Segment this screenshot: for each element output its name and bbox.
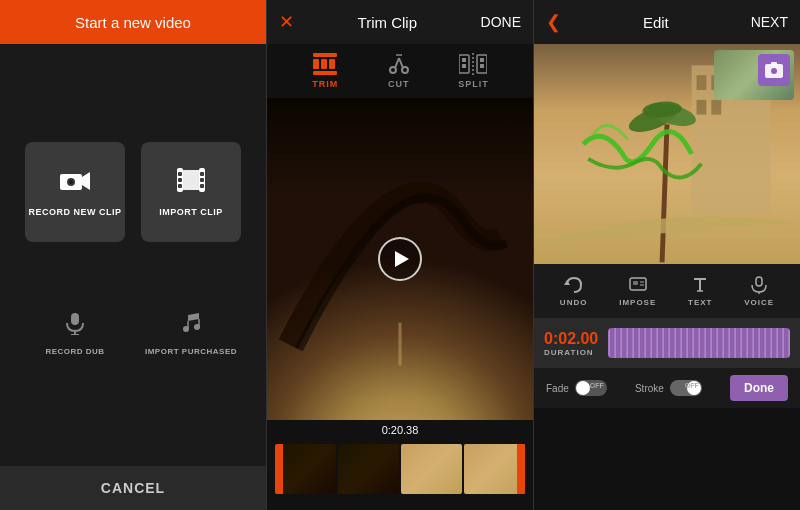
panel1-title: Start a new video xyxy=(75,14,191,31)
text-tool[interactable]: TEXT xyxy=(688,276,712,307)
panel2-video xyxy=(267,98,533,420)
svg-rect-13 xyxy=(71,313,79,325)
mic-icon xyxy=(63,311,87,341)
svg-rect-32 xyxy=(462,64,466,68)
impose-label: IMPOSE xyxy=(619,298,656,307)
record-new-clip-label: RECORD NEW CLIP xyxy=(29,207,122,217)
play-button[interactable] xyxy=(378,237,422,281)
panel1-cancel-bar: CANCEL xyxy=(0,466,266,510)
trim-icon xyxy=(311,53,339,75)
cut-icon xyxy=(388,53,410,75)
panel3-video xyxy=(534,44,800,264)
split-icon xyxy=(459,53,487,75)
fade-label: Fade xyxy=(546,383,569,394)
svg-rect-22 xyxy=(321,59,327,69)
done-button[interactable]: DONE xyxy=(481,14,521,30)
panel3-toolbar: UNDO IMPOSE TEXT VOI xyxy=(534,264,800,318)
import-purchased-button[interactable]: IMPORT PURCHASED xyxy=(141,298,241,368)
panel-start-new-video: Start a new video RECORD NEW CLIP xyxy=(0,0,267,510)
film-frame-4 xyxy=(464,444,525,494)
record-dub-button[interactable]: RECORD DUB xyxy=(25,298,125,368)
svg-rect-9 xyxy=(178,184,182,188)
svg-point-3 xyxy=(69,180,73,184)
import-clip-label: IMPORT CLIP xyxy=(159,207,223,217)
svg-rect-42 xyxy=(697,100,707,115)
svg-rect-50 xyxy=(771,62,777,66)
stroke-label: Stroke xyxy=(635,383,664,394)
fade-off-label: OFF xyxy=(590,382,604,389)
fade-toggle-knob xyxy=(576,381,590,395)
record-new-clip-button[interactable]: RECORD NEW CLIP xyxy=(25,142,125,242)
stroke-toggle-group: Stroke OFF xyxy=(635,380,702,396)
cut-tool[interactable]: CUT xyxy=(388,53,410,89)
panel3-bottom-controls: Fade OFF Stroke OFF Done xyxy=(534,368,800,408)
fade-toggle[interactable]: OFF xyxy=(575,380,607,396)
trim-handle-left[interactable] xyxy=(275,444,283,494)
undo-tool[interactable]: UNDO xyxy=(560,276,588,307)
svg-rect-7 xyxy=(178,172,182,176)
time-label: 0:20.38 xyxy=(382,420,419,440)
svg-line-27 xyxy=(395,58,399,68)
duration-label: DURATION xyxy=(544,348,598,357)
photo-icon xyxy=(765,62,783,78)
stroke-toggle[interactable]: OFF xyxy=(670,380,702,396)
panel2-topbar: ✕ Trim Clip DONE xyxy=(267,0,533,44)
stroke-off-label: OFF xyxy=(685,382,699,389)
filmstrip xyxy=(267,440,533,498)
impose-icon xyxy=(628,276,648,294)
text-label: TEXT xyxy=(688,298,712,307)
panel1-main-buttons: RECORD NEW CLIP IMPOR xyxy=(25,142,241,242)
panel2-title: Trim Clip xyxy=(358,14,417,31)
svg-marker-1 xyxy=(82,172,90,190)
fade-toggle-group: Fade OFF xyxy=(546,380,607,396)
svg-rect-11 xyxy=(200,178,204,182)
cut-label: CUT xyxy=(388,79,410,89)
svg-rect-23 xyxy=(329,59,335,69)
import-clip-button[interactable]: IMPORT CLIP xyxy=(141,142,241,242)
svg-line-44 xyxy=(662,124,667,262)
music-icon xyxy=(179,311,203,341)
svg-rect-21 xyxy=(313,59,319,69)
svg-rect-31 xyxy=(462,58,466,62)
impose-tool[interactable]: IMPOSE xyxy=(619,276,656,307)
audio-waveform xyxy=(608,328,790,358)
back-button[interactable]: ❮ xyxy=(546,11,561,33)
done-button-panel3[interactable]: Done xyxy=(730,375,788,401)
cancel-button[interactable]: CANCEL xyxy=(101,480,165,496)
svg-rect-59 xyxy=(756,277,762,286)
panel3-title: Edit xyxy=(643,14,669,31)
panel-trim-clip: ✕ Trim Clip DONE TRIM CUT xyxy=(267,0,534,510)
svg-rect-24 xyxy=(313,71,337,75)
photo-import-badge[interactable] xyxy=(758,54,790,86)
panel1-small-buttons: RECORD DUB IMPORT PURCHASED xyxy=(25,298,241,368)
split-tool[interactable]: SPLIT xyxy=(458,53,489,89)
record-dub-label: RECORD DUB xyxy=(45,347,104,356)
svg-rect-20 xyxy=(313,53,337,57)
svg-rect-53 xyxy=(633,281,638,285)
trim-handle-right[interactable] xyxy=(517,444,525,494)
svg-rect-34 xyxy=(480,58,484,62)
split-label: SPLIT xyxy=(458,79,489,89)
next-button[interactable]: NEXT xyxy=(751,14,788,30)
panel1-topbar: Start a new video xyxy=(0,0,266,44)
panel-edit: ❮ Edit NEXT xyxy=(534,0,800,510)
camera-icon xyxy=(60,168,90,199)
svg-point-49 xyxy=(771,68,777,74)
svg-rect-35 xyxy=(480,64,484,68)
voice-tool[interactable]: VOICE xyxy=(744,276,774,307)
panel2-timeline: 0:20.38 xyxy=(267,420,533,510)
duration-info: 0:02.00 DURATION xyxy=(544,330,598,357)
film-frame-1 xyxy=(275,444,336,494)
panel3-duration-bar: 0:02.00 DURATION xyxy=(534,318,800,368)
svg-rect-43 xyxy=(711,100,721,115)
trim-tool[interactable]: TRIM xyxy=(311,53,339,89)
svg-rect-39 xyxy=(697,75,707,90)
svg-rect-10 xyxy=(200,172,204,176)
panel1-main: RECORD NEW CLIP IMPOR xyxy=(0,44,266,466)
waveform-inner xyxy=(608,328,790,358)
voice-label: VOICE xyxy=(744,298,774,307)
film-frame-2 xyxy=(338,444,399,494)
close-button[interactable]: ✕ xyxy=(279,11,294,33)
film-roll-icon xyxy=(177,168,205,199)
trim-label: TRIM xyxy=(312,79,338,89)
